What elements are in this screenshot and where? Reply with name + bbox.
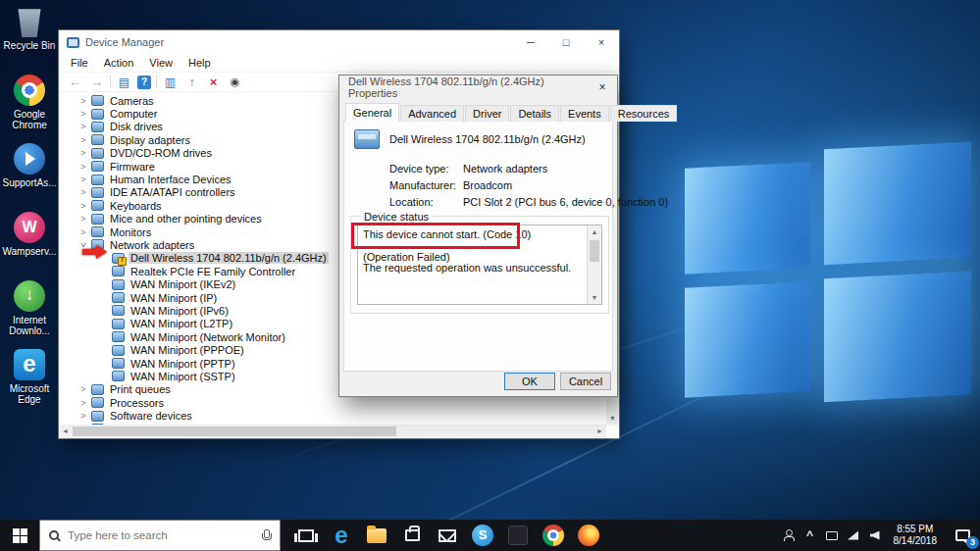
menu-help[interactable]: Help: [181, 57, 219, 69]
tray-network[interactable]: [843, 520, 864, 551]
ok-button[interactable]: OK: [504, 373, 555, 390]
maximize-button[interactable]: □: [548, 30, 584, 54]
tray-icons: ^: [778, 520, 886, 551]
system-tray: ^ 8:55 PM 8/14/2018 3: [778, 520, 980, 551]
chevron-icon[interactable]: >: [78, 187, 88, 197]
chevron-icon[interactable]: >: [78, 135, 88, 145]
tab-advanced[interactable]: Advanced: [400, 105, 464, 122]
network-adapter-icon: [112, 292, 125, 303]
chevron-icon[interactable]: >: [78, 384, 88, 394]
scrollbar-thumb[interactable]: [590, 240, 599, 262]
tab-resources[interactable]: Resources: [610, 105, 678, 122]
tree-item[interactable]: > Software devices: [59, 409, 606, 422]
tray-chevron-up[interactable]: ^: [799, 520, 821, 551]
desktop-icon-recycle-bin[interactable]: Recycle Bin: [2, 6, 57, 67]
status-error-text: This device cannot start. (Code 10): [363, 229, 583, 240]
chevron-icon[interactable]: >: [78, 398, 88, 408]
desktop-icon-internet-download-manager[interactable]: Internet Downlo...: [2, 280, 57, 341]
desktop-icon-supportassist[interactable]: SupportAs...: [2, 143, 57, 204]
taskbar-app-chrome[interactable]: [536, 520, 571, 551]
console-window-icon[interactable]: ▤: [116, 75, 132, 90]
field-value: PCI Slot 2 (PCI bus 6, device 0, functio…: [463, 196, 668, 208]
menu-view[interactable]: View: [141, 57, 181, 69]
tab-general[interactable]: General: [345, 103, 399, 122]
cancel-button[interactable]: Cancel: [560, 373, 611, 390]
scrollbar-thumb[interactable]: [73, 426, 396, 436]
tray-people[interactable]: [778, 520, 799, 551]
minimize-button[interactable]: ─: [513, 30, 548, 54]
scroll-down-icon[interactable]: ▼: [606, 413, 619, 425]
taskbar-app-firefox[interactable]: [571, 520, 606, 551]
menu-file[interactable]: File: [63, 57, 96, 69]
scroll-right-icon[interactable]: ►: [593, 425, 606, 438]
uninstall-device-icon[interactable]: ×: [205, 75, 222, 90]
tree-item-label: WAN Miniport (SSTP): [129, 371, 237, 382]
chevron-icon[interactable]: >: [78, 214, 88, 224]
scan-hardware-icon[interactable]: ▥: [162, 75, 179, 90]
hid-icon: [91, 175, 104, 185]
scroll-down-icon[interactable]: ▼: [588, 291, 601, 304]
chevron-icon[interactable]: >: [78, 227, 88, 237]
chevron-icon[interactable]: >: [78, 162, 88, 172]
chevron-icon[interactable]: >: [78, 122, 88, 131]
help-icon[interactable]: ?: [137, 75, 151, 89]
taskbar-app-mail[interactable]: [430, 520, 465, 551]
dialog-close-button[interactable]: ×: [588, 75, 617, 99]
keyboard-icon: [91, 200, 104, 211]
taskbar-app-dark[interactable]: [500, 520, 536, 551]
tray-tablet[interactable]: [821, 520, 843, 551]
tab-driver[interactable]: Driver: [465, 105, 509, 122]
device-manager-title-bar[interactable]: Device Manager ─ □ ×: [59, 30, 619, 54]
printer-icon: [91, 384, 104, 395]
dialog-title-bar[interactable]: Dell Wireless 1704 802.11b/g/n (2.4GHz) …: [339, 75, 617, 99]
scroll-left-icon[interactable]: ◄: [59, 425, 72, 438]
horizontal-scrollbar[interactable]: ◄ ►: [59, 425, 606, 438]
taskbar-search[interactable]: [39, 520, 281, 551]
task-view-button[interactable]: [288, 520, 324, 551]
taskbar-app-file-explorer[interactable]: [359, 520, 394, 551]
desktop-icon-microsoft-edge[interactable]: Microsoft Edge: [2, 349, 57, 410]
taskbar-app-edge[interactable]: [324, 520, 359, 551]
search-input[interactable]: [68, 529, 253, 541]
tree-item[interactable]: > Processors: [59, 396, 606, 409]
microphone-icon[interactable]: [262, 529, 271, 542]
tray-volume[interactable]: [864, 520, 886, 551]
task-view-icon: [298, 529, 314, 542]
taskbar-app-skype[interactable]: [465, 520, 500, 551]
field-row: Location: PCI Slot 2 (PCI bus 6, device …: [389, 196, 668, 208]
start-button[interactable]: [0, 520, 39, 551]
update-driver-icon[interactable]: ↑: [183, 75, 200, 90]
toolbar-separator[interactable]: [110, 75, 111, 88]
network-icon: [848, 531, 858, 540]
desktop-icon-wampserver[interactable]: Wampserv...: [2, 212, 57, 273]
chevron-icon[interactable]: >: [78, 411, 88, 421]
chevron-icon[interactable]: >: [78, 96, 88, 106]
taskbar-clock[interactable]: 8:55 PM 8/14/2018: [886, 524, 946, 547]
status-scrollbar[interactable]: ▲ ▼: [587, 225, 601, 304]
window-title: Device Manager: [85, 36, 164, 48]
desktop-icon-google-chrome[interactable]: Google Chrome: [2, 75, 57, 135]
tab-events[interactable]: Events: [560, 105, 609, 122]
menu-action[interactable]: Action: [96, 57, 142, 69]
action-center-button[interactable]: 3: [945, 520, 980, 551]
back-icon[interactable]: ←: [67, 75, 83, 90]
taskbar-app-store[interactable]: [394, 520, 430, 551]
tree-item-label: Firmware: [108, 161, 157, 173]
tab-details[interactable]: Details: [510, 105, 559, 122]
toolbar-separator[interactable]: [156, 75, 157, 88]
tree-item-label: Processors: [108, 397, 166, 409]
scroll-up-icon[interactable]: ▲: [588, 225, 601, 238]
chevron-icon[interactable]: >: [78, 109, 88, 119]
network-adapter-icon: [112, 266, 125, 276]
wallpaper-windows-logo: [685, 141, 975, 427]
chevron-icon[interactable]: >: [78, 201, 88, 211]
chevron-icon[interactable]: >: [78, 175, 88, 184]
taskbar-app-icons: [288, 520, 606, 551]
chevron-icon[interactable]: >: [78, 148, 88, 158]
dialog-tabs: GeneralAdvancedDriverDetailsEventsResour…: [345, 103, 678, 122]
desktop-icon-list: Recycle Bin Google Chrome SupportAs... W…: [2, 6, 57, 418]
device-status-textbox[interactable]: This device cannot start. (Code 10) (Ope…: [357, 225, 602, 305]
disable-device-icon[interactable]: ◉: [227, 75, 243, 90]
forward-icon[interactable]: →: [88, 75, 105, 90]
close-button[interactable]: ×: [584, 30, 619, 54]
